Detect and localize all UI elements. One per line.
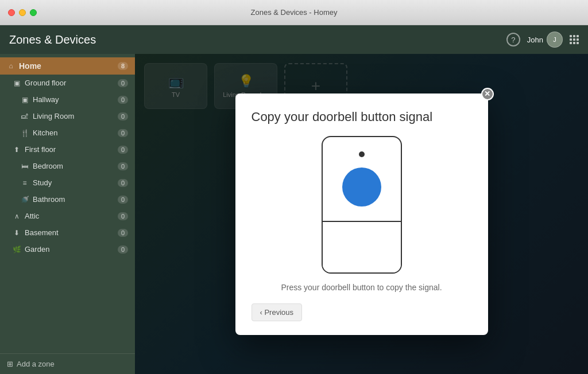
app-header: Zones & Devices ? John J	[0, 25, 588, 54]
window-title: Zones & Devices - Homey	[251, 8, 338, 17]
bathroom-label: Bathroom	[33, 195, 118, 204]
bedroom-icon: 🛏	[21, 162, 29, 170]
ground-floor-label: Ground floor	[25, 79, 118, 87]
grid-dot	[570, 38, 572, 41]
doorbell-sensor-icon	[359, 151, 365, 157]
living-room-label: Living Room	[33, 112, 118, 120]
sidebar-item-study[interactable]: ≡ Study 0	[0, 174, 135, 191]
add-zone-label: Add a zone	[17, 360, 55, 368]
bathroom-count: 0	[118, 196, 128, 204]
modal-backdrop: ✕ Copy your doorbell button signal P	[135, 54, 588, 374]
sidebar-item-ground-floor[interactable]: ▣ Ground floor 0	[0, 75, 135, 91]
doorbell-illustration	[252, 136, 472, 274]
sidebar-item-home[interactable]: ⌂ Home 8	[0, 57, 135, 75]
grid-dot	[573, 35, 575, 37]
garden-icon: 🌿	[13, 246, 21, 254]
living-room-icon: 🛋	[21, 112, 29, 120]
apps-grid-button[interactable]	[570, 35, 579, 44]
title-bar: Zones & Devices - Homey	[0, 0, 588, 25]
user-section[interactable]: John J	[527, 32, 563, 48]
attic-icon: ∧	[13, 212, 21, 220]
doorbell-button-circle	[342, 167, 381, 207]
copy-signal-modal: ✕ Copy your doorbell button signal P	[235, 94, 488, 335]
grid-dot	[577, 42, 579, 44]
basement-icon: ⬇	[13, 229, 21, 237]
sidebar-item-attic[interactable]: ∧ Attic 0	[0, 208, 135, 224]
sidebar-footer[interactable]: ⊞ Add a zone	[0, 353, 135, 374]
sidebar-item-basement[interactable]: ⬇ Basement 0	[0, 224, 135, 241]
window-controls	[8, 9, 37, 16]
grid-dot	[570, 35, 572, 37]
home-count: 8	[118, 62, 128, 70]
user-name: John	[527, 36, 543, 44]
close-icon: ✕	[484, 89, 490, 98]
attic-label: Attic	[25, 212, 118, 220]
grid-dot	[577, 35, 579, 37]
first-floor-label: First floor	[25, 145, 118, 154]
sidebar-item-first-floor[interactable]: ⬆ First floor 0	[0, 141, 135, 158]
sidebar-item-living-room[interactable]: 🛋 Living Room 0	[0, 108, 135, 124]
grid-dot	[573, 38, 575, 41]
sidebar: ⌂ Home 8 ▣ Ground floor 0 ▣ Hallway 0 🛋 …	[0, 54, 135, 374]
minimize-button[interactable]	[19, 9, 26, 16]
living-room-count: 0	[118, 112, 128, 120]
bedroom-label: Bedroom	[33, 162, 118, 170]
basement-count: 0	[118, 229, 128, 237]
kitchen-count: 0	[118, 129, 128, 137]
sidebar-item-garden[interactable]: 🌿 Garden 0	[0, 241, 135, 258]
study-label: Study	[33, 178, 118, 187]
doorbell-bottom	[323, 222, 401, 272]
modal-actions: ‹ Previous	[252, 303, 472, 321]
modal-title: Copy your doorbell button signal	[252, 110, 472, 124]
first-floor-icon: ⬆	[13, 146, 21, 154]
hallway-icon: ▣	[21, 96, 29, 104]
main-layout: ⌂ Home 8 ▣ Ground floor 0 ▣ Hallway 0 🛋 …	[0, 54, 588, 374]
home-label: Home	[19, 61, 118, 71]
doorbell-device	[322, 136, 402, 274]
previous-button[interactable]: ‹ Previous	[252, 303, 303, 321]
modal-instruction: Press your doorbell button to copy the s…	[252, 283, 472, 292]
garden-label: Garden	[25, 245, 118, 254]
modal-close-button[interactable]: ✕	[481, 88, 494, 100]
sidebar-item-bathroom[interactable]: 🚿 Bathroom 0	[0, 191, 135, 208]
sidebar-item-hallway[interactable]: ▣ Hallway 0	[0, 91, 135, 108]
grid-dot	[573, 42, 575, 44]
kitchen-icon: 🍴	[21, 129, 29, 137]
study-icon: ≡	[21, 179, 29, 187]
close-button[interactable]	[8, 9, 15, 16]
add-zone-icon: ⊞	[7, 360, 13, 368]
ground-floor-icon: ▣	[13, 79, 21, 87]
ground-floor-count: 0	[118, 79, 128, 87]
header-right: ? John J	[506, 32, 579, 48]
grid-dot	[577, 38, 579, 41]
app-title: Zones & Devices	[9, 33, 96, 46]
study-count: 0	[118, 179, 128, 187]
doorbell-top	[323, 137, 401, 222]
home-icon: ⌂	[7, 62, 15, 70]
first-floor-count: 0	[118, 146, 128, 154]
sidebar-items: ⌂ Home 8 ▣ Ground floor 0 ▣ Hallway 0 🛋 …	[0, 54, 135, 353]
sidebar-item-kitchen[interactable]: 🍴 Kitchen 0	[0, 124, 135, 141]
hallway-count: 0	[118, 96, 128, 104]
sidebar-item-bedroom[interactable]: 🛏 Bedroom 0	[0, 158, 135, 174]
basement-label: Basement	[25, 228, 118, 237]
content-area: 📺 TV 💡 Living Room L... + ✕ Copy your do…	[135, 54, 588, 374]
kitchen-label: Kitchen	[33, 128, 118, 137]
bedroom-count: 0	[118, 162, 128, 170]
hallway-label: Hallway	[33, 95, 118, 104]
garden-count: 0	[118, 246, 128, 254]
attic-count: 0	[118, 212, 128, 220]
maximize-button[interactable]	[30, 9, 37, 16]
add-zone-button[interactable]: ⊞ Add a zone	[7, 360, 128, 368]
help-button[interactable]: ?	[506, 33, 520, 46]
avatar: J	[547, 32, 563, 48]
bathroom-icon: 🚿	[21, 196, 29, 204]
grid-dot	[570, 42, 572, 44]
